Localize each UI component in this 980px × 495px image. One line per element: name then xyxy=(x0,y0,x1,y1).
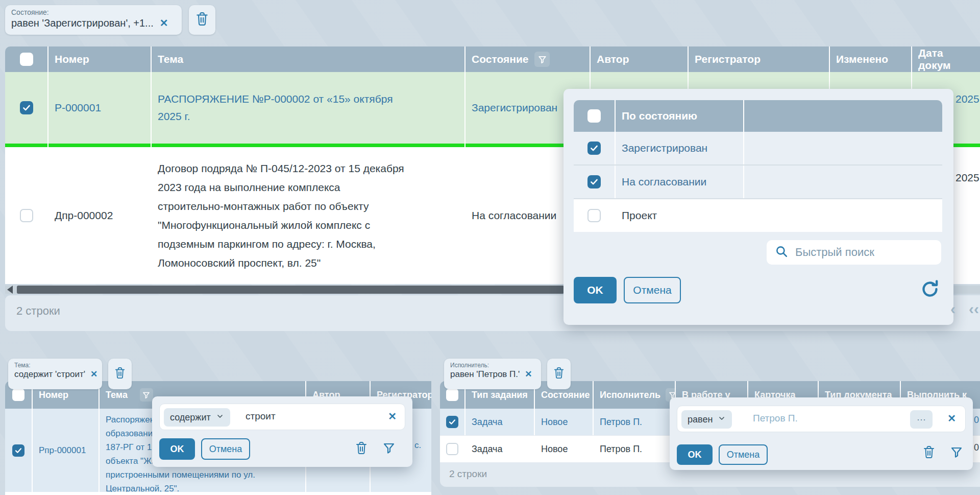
due-date-fragment: 0 xyxy=(974,415,979,426)
cancel-button[interactable]: Отмена xyxy=(201,438,250,460)
filter-condition-input[interactable]: равен Петров П. ··· ✕ xyxy=(677,406,966,432)
pagination-first-icon[interactable]: ‹‹ xyxy=(969,300,979,318)
cell-state: Новое xyxy=(535,436,594,462)
theme-filter-popup: содержит строит ✕ OK Отмена xyxy=(152,396,412,467)
state-filter-chip[interactable]: Состояние: равен 'Зарегистрирован', +1..… xyxy=(5,5,182,35)
more-button[interactable]: ··· xyxy=(910,410,933,429)
doc-date-fragment: 2025 xyxy=(955,172,979,184)
cell-task-type: Задача xyxy=(465,409,535,435)
row-checkbox[interactable] xyxy=(446,443,458,455)
chevron-down-icon xyxy=(718,414,726,425)
column-header-registrar[interactable]: Регистратор xyxy=(689,46,830,72)
operator-select[interactable]: содержит xyxy=(164,408,230,427)
scroll-left-icon[interactable] xyxy=(7,286,13,294)
popup-option-row[interactable]: На согласовании xyxy=(574,166,942,199)
option-label: Зарегистрирован xyxy=(616,132,744,164)
trash-icon xyxy=(553,367,565,381)
option-checkbox[interactable] xyxy=(587,209,601,222)
popup-select-all[interactable] xyxy=(574,100,616,132)
scrollbar-thumb[interactable] xyxy=(17,286,564,294)
column-header-theme[interactable]: Тема xyxy=(152,46,465,72)
filter-funnel-icon[interactable] xyxy=(140,388,153,402)
column-header-modified[interactable]: Изменено xyxy=(830,46,912,72)
option-checkbox[interactable] xyxy=(587,142,601,155)
ok-button[interactable]: OK xyxy=(677,444,713,465)
executor-filter-chip[interactable]: Исполнитель: равен 'Петров П.' ✕ xyxy=(444,359,541,389)
filter-icon[interactable] xyxy=(950,446,963,460)
close-icon[interactable]: ✕ xyxy=(90,369,97,380)
header-select-all[interactable] xyxy=(5,46,48,72)
filter-value-input[interactable]: Петров П. xyxy=(753,413,798,424)
theme-filter-chip[interactable]: Тема: содержит 'строит' ✕ xyxy=(8,359,102,389)
state-filter-popup: По состоянию Зарегистрирован На согласов… xyxy=(564,89,953,325)
popup-option-row[interactable]: Проект xyxy=(574,199,942,232)
column-header-number[interactable]: Номер xyxy=(48,46,152,72)
cell-number: Р-000001 xyxy=(48,72,152,144)
select-all-checkbox[interactable] xyxy=(587,109,601,123)
chip-label: Состояние: xyxy=(11,8,176,16)
clear-filters-button[interactable] xyxy=(547,359,571,389)
trash-icon xyxy=(114,367,126,381)
filter-value-input[interactable]: строит xyxy=(246,411,276,422)
filter-icon[interactable] xyxy=(383,442,395,456)
popup-table-header: По состоянию xyxy=(574,100,942,132)
operator-select[interactable]: равен xyxy=(681,410,732,429)
cell-theme: РАСПОРЯЖЕНИЕ №Р-000002 от «15» октября 2… xyxy=(152,72,465,144)
chip-label: Исполнитель: xyxy=(450,362,535,369)
app-window: Состояние: равен 'Зарегистрирован', +1..… xyxy=(0,0,980,495)
chip-label: Тема: xyxy=(14,362,96,369)
clear-value-icon[interactable]: ✕ xyxy=(947,412,956,425)
clear-filters-button[interactable] xyxy=(189,5,215,35)
search-icon xyxy=(775,245,788,260)
popup-options-table: По состоянию Зарегистрирован На согласов… xyxy=(574,100,942,232)
executor-filter-popup: равен Петров П. ··· ✕ OK Отмена xyxy=(670,397,973,470)
chip-value: содержит 'строит' xyxy=(14,369,85,380)
select-all-checkbox[interactable] xyxy=(446,389,458,401)
filter-funnel-icon[interactable] xyxy=(534,52,550,67)
chevron-down-icon xyxy=(216,412,224,423)
cell-number: Дпр-000002 xyxy=(48,147,152,284)
cell-number: Рпр-000001 xyxy=(33,409,100,492)
filter-condition-input[interactable]: содержит строит ✕ xyxy=(159,404,405,430)
clear-value-icon[interactable]: ✕ xyxy=(388,410,397,422)
chip-value: равен 'Зарегистрирован', +1... xyxy=(11,16,154,30)
select-all-checkbox[interactable] xyxy=(20,53,33,66)
popup-column-header[interactable]: По состоянию xyxy=(616,100,744,132)
due-date-fragment: 0 xyxy=(974,442,979,453)
refresh-icon[interactable] xyxy=(920,279,940,301)
trash-icon[interactable] xyxy=(355,441,368,457)
row-checkbox[interactable] xyxy=(20,101,33,114)
registrar-fragment: с. xyxy=(414,440,421,451)
doc-date-fragment: 2025 xyxy=(955,93,979,105)
column-header-doc-date[interactable]: Дата докум xyxy=(912,46,980,72)
column-header-author[interactable]: Автор xyxy=(591,46,689,72)
search-placeholder: Быстрый поиск xyxy=(795,246,874,259)
quick-search-input[interactable]: Быстрый поиск xyxy=(767,240,941,265)
row-checkbox[interactable] xyxy=(446,416,458,428)
ok-button[interactable]: OK xyxy=(159,438,195,460)
close-icon[interactable]: ✕ xyxy=(160,16,168,30)
option-label: Проект xyxy=(616,199,744,232)
cancel-button[interactable]: Отмена xyxy=(624,277,681,303)
popup-option-row[interactable]: Зарегистрирован xyxy=(574,132,942,166)
column-header-executor[interactable]: Исполнитель xyxy=(594,381,676,409)
table-row-partial xyxy=(5,492,431,495)
close-icon[interactable]: ✕ xyxy=(525,369,532,380)
clear-filters-button[interactable] xyxy=(108,359,132,389)
row-checkbox[interactable] xyxy=(20,209,33,222)
pagination-prev-icon[interactable]: ‹ xyxy=(950,300,955,318)
chip-value: равен 'Петров П.' xyxy=(450,369,520,380)
cell-theme: Договор подряда № П-045/12-2023 от 15 де… xyxy=(152,147,465,284)
option-checkbox[interactable] xyxy=(587,175,601,188)
cell-state: Новое xyxy=(535,409,594,435)
select-all-checkbox[interactable] xyxy=(12,389,24,401)
trash-icon xyxy=(195,12,209,28)
cell-executor: Петров П. xyxy=(594,436,676,462)
row-checkbox[interactable] xyxy=(12,444,24,457)
ok-button[interactable]: OK xyxy=(574,277,617,303)
column-header-state[interactable]: Состояние xyxy=(465,46,591,72)
documents-table-header: Номер Тема Состояние Автор Регистратор И… xyxy=(5,46,980,72)
trash-icon[interactable] xyxy=(923,445,935,461)
cancel-button[interactable]: Отмена xyxy=(719,444,768,465)
row-count: 2 строки xyxy=(16,304,60,318)
